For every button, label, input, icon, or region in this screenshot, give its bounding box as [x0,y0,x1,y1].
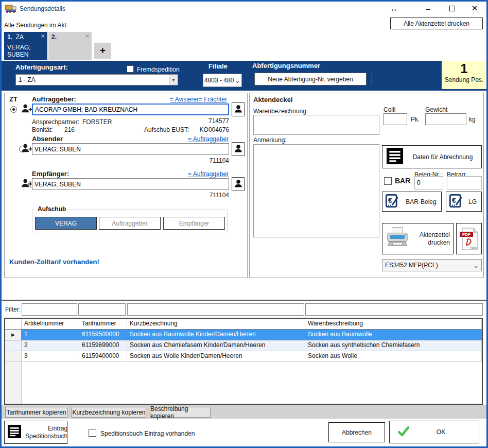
filter-artikelnummer-input[interactable] [22,303,77,316]
anmerkung-textarea[interactable] [253,144,379,237]
print-all-aktenzettel-button[interactable]: Alle Aktenzettel drucken [390,18,483,29]
copy-tarifnummer-button[interactable]: Tarifnummer kopieren [5,407,67,418]
shipment-tab-2[interactable]: 2. ✕ [48,32,92,60]
gewicht-input[interactable] [425,113,466,125]
aufschub-auftraggeber-button[interactable]: Auftraggeber [99,217,161,230]
person-icon [234,179,243,189]
beleg-nr-input[interactable] [414,176,443,189]
aufschub-group-label: Aufschub [36,205,67,213]
new-abfertigungsnummer-button[interactable]: Neue Abfertigung-Nr. vergeben [254,73,367,85]
aufschub-verag-button[interactable]: VERAG [35,217,97,230]
bonitaet-label: Bonität: [32,126,53,133]
ok-button[interactable]: OK [389,421,479,443]
band-separator [372,73,372,85]
table-header-row: Artikelnummer Tarifnummer Kurzbezeichnun… [5,319,482,330]
cell-warenbeschreibung: Socken aus Wolle [305,351,482,362]
maximize-icon[interactable] [446,3,458,14]
table-row[interactable]: ▶ 1 61159500000 Socken aus Baumwolle Kin… [5,330,482,340]
copy-kurzbezeichnung-label: Kurzbezeichnung kopieren [72,409,145,416]
bar-checkbox[interactable] [384,177,392,185]
empfaenger-input[interactable] [32,178,229,190]
dock-resize-icon[interactable]: ↔ [388,3,400,14]
app-truck-icon [5,4,17,15]
add-person-icon-empfaenger[interactable] [21,178,32,191]
chevron-down-icon: ⌄ [234,77,241,84]
add-shipment-tab-button[interactable]: + [94,43,111,59]
speditionsbuch-checkbox-label: Speditionsbuch Eintrag vorhanden [100,430,195,437]
avisierer-link[interactable]: = Avisierer [170,96,199,103]
col-kurzbezeichnung[interactable]: Kurzbezeichnung [127,319,305,330]
daten-abrechnung-button[interactable]: Daten für Abrechnung [382,145,482,168]
minimize-icon[interactable]: – [422,3,434,14]
pdf-button[interactable]: PDF Adobe [456,223,482,254]
table-row[interactable]: 2 61159699000 Socken aus Chemiefasern Ki… [5,340,482,351]
bar-beleg-button[interactable]: € BAR-Beleg [382,192,442,212]
cancel-button[interactable]: Abbrechen [328,422,385,442]
sendung-position-count: 1 [442,61,486,76]
aufschub-empfaenger-button[interactable]: Empfänger [163,217,225,230]
filter-label: Filter: [5,306,21,313]
cell-kurzbezeichnung: Socken aus Chemiefasern Kinder/Damen/Hee… [127,340,305,351]
col-tarifnummer[interactable]: Tarifnummer [79,319,127,330]
aufschub-auftraggeber-label: Auftraggeber [112,220,147,227]
auftraggeber-lookup-button[interactable] [232,102,245,116]
col-artikelnummer[interactable]: Artikelnummer [22,319,79,330]
aktenzettel-drucken-button[interactable]: Aktenzettel drucken [382,223,454,254]
tab1-type: ZA [16,33,24,41]
cell-kurzbezeichnung: Socken aus Wolle Kinder/Damen/Heeren [127,351,305,362]
empfaenger-auftraggeber-link[interactable]: = Auftraggeber [188,170,229,178]
absender-auftraggeber-link[interactable]: = Auftraggeber [188,135,229,143]
eintrag-speditionsbuch-button[interactable]: Eintrag Speditionsbuch [4,421,67,444]
copy-beschreibung-button[interactable]: Beschreibung kopieren [150,407,211,418]
tab1-line3: SUBEN [7,51,44,58]
close-tab2-icon[interactable]: ✕ [85,33,90,40]
aufschub-eust-value: KO004676 [198,126,229,133]
euro-receipt-icon: € [449,194,463,210]
pk-label: Pk. [411,116,420,123]
auftraggeber-input[interactable] [32,104,229,115]
shipment-tab-1[interactable]: 1. ZA VERAG; SUBEN ✕ [4,32,47,60]
col-warenbeschreibung[interactable]: Warenbeschreibung [305,319,482,330]
abfertigungsart-select[interactable]: 1 - ZA ▼ [15,74,178,85]
cell-artikelnummer: 2 [22,340,79,351]
colli-label: Colli [384,106,395,113]
auftraggeber-number: 714577 [198,117,229,125]
filiale-select[interactable]: 4803 - 480 ⌄ [203,74,242,87]
close-icon[interactable]: ✕ [468,3,481,14]
speditionsbuch-checkbox[interactable] [89,429,96,437]
close-tab1-icon[interactable]: ✕ [41,33,45,40]
filter-warenbeschreibung-input[interactable] [305,303,483,316]
add-person-icon-auftraggeber[interactable] [21,103,32,116]
betrag-input[interactable] [447,176,482,189]
filter-kurzbezeichnung-input[interactable] [127,303,304,316]
eintrag-label-line1: Eintrag [48,425,67,432]
printer-select[interactable]: ES3452 MFP(PCL) ⌄ [382,259,482,271]
filter-tarifnummer-input[interactable] [78,303,126,316]
section-divider [2,300,486,301]
fraechter-link[interactable]: = Frächter [199,96,227,103]
table-row[interactable]: 3 61159400000 Socken aus Wolle Kinder/Da… [5,351,482,362]
aufschub-verag-label: VERAG [55,220,77,227]
absender-input[interactable] [32,143,229,155]
auftraggeber-radio[interactable] [10,106,17,113]
absender-number: 711104 [198,157,229,164]
lg-button[interactable]: € LG [446,192,482,212]
copy-kurzbezeichnung-button[interactable]: Kurzbezeichnung kopieren [72,407,146,418]
colli-input[interactable] [384,113,407,125]
ok-label: OK [410,428,472,436]
check-icon [397,425,410,439]
bar-label: BAR [395,177,410,185]
warenbezeichnung-textarea[interactable] [253,115,379,135]
aktendeckel-title: Aktendeckel [253,96,293,104]
abfertigungsart-value: 1 - ZA [16,76,169,83]
pdf-icon: PDF Adobe [460,228,478,250]
fremdspedition-checkbox[interactable] [127,65,134,73]
ansprechpartner-value: FORSTER [82,118,112,126]
empfaenger-lookup-button[interactable] [232,177,245,191]
aufschub-empfaenger-label: Empfänger [179,220,210,227]
absender-label: Absender [32,135,63,143]
add-person-icon-absender[interactable] [21,143,32,156]
absender-lookup-button[interactable] [232,142,245,156]
cell-artikelnummer: 1 [22,330,79,340]
aufschub-eust-label: Aufschub EUST: [144,126,189,133]
